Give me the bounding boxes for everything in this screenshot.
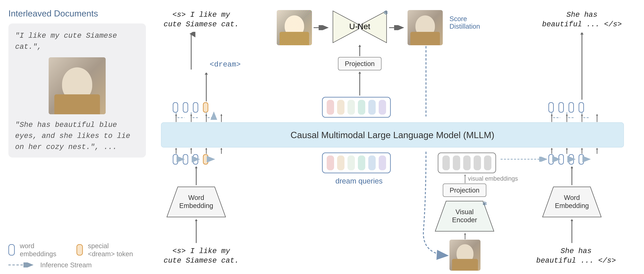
query-chip-icon (368, 156, 376, 170)
noisy-image (277, 10, 312, 45)
legend-word-label: word embeddings (20, 242, 56, 258)
query-chip-icon (358, 156, 365, 170)
output-text-left: <s> I like my cute Siamese cat. (161, 10, 242, 29)
legend-dream-label: special <dream> token (88, 242, 133, 258)
unet-label: U-Net (332, 22, 388, 31)
query-chip-icon (337, 100, 344, 115)
legend-row-2: Inference Stream (8, 261, 133, 269)
output-text-right: She has beautiful ... </s> (537, 10, 627, 29)
query-chip-icon (327, 100, 334, 115)
query-chip-icon (368, 100, 376, 115)
query-chip-icon (463, 156, 470, 170)
query-chip-icon (379, 100, 386, 115)
main-diagram: Causal Multimodal Large Language Model (… (154, 0, 637, 274)
input-text-right: She has beautiful ... </s> (531, 246, 621, 266)
query-chip-icon (358, 100, 365, 115)
arrow-img-to-encoder (462, 233, 468, 240)
legend-inference-label: Inference Stream (40, 261, 92, 269)
word-embedding-right: Word Embedding (542, 186, 602, 218)
query-chip-icon (379, 156, 386, 170)
arrow-text-to-embed-left (194, 219, 199, 244)
arrow-to-unet (314, 25, 330, 30)
arrow-embed-to-tokens-left (194, 166, 199, 186)
legend-blue-chip-icon (8, 244, 15, 256)
arrow-proj-to-visemb (462, 174, 468, 184)
dashed-token-flow-bottom-right (547, 154, 606, 166)
dashed-gen-to-input (402, 46, 455, 262)
dashed-token-flow-bottom-left (171, 154, 230, 166)
arrow-to-output-right (578, 32, 586, 101)
arrow-proj-to-unet (357, 44, 362, 57)
legend-dashed-arrow-icon (8, 263, 35, 268)
query-chip-icon (327, 156, 334, 170)
score-distillation-label: Score Distillation (450, 15, 490, 30)
query-chip-icon (348, 156, 355, 170)
panel-title: Interleaved Documents (8, 8, 146, 18)
doc-text-1: "I like my cute Siamese cat.", (15, 30, 139, 52)
dashed-visemb-to-tokens (500, 157, 549, 162)
query-chip-icon (348, 100, 355, 115)
query-chip-icon (474, 156, 481, 170)
arrows-tokens-to-mllm-left (171, 148, 230, 155)
unet-block: U-Net ❄ (332, 10, 388, 43)
dream-queries-output (322, 97, 391, 118)
arrows-mllm-to-tokens-left (171, 114, 230, 123)
document-box: "I like my cute Siamese cat.", "She has … (8, 23, 146, 158)
arrow-from-unet (389, 25, 406, 30)
mllm-bar: Causal Multimodal Large Language Model (… (161, 122, 624, 147)
interleaved-documents-panel: Interleaved Documents "I like my cute Si… (8, 8, 146, 158)
snowflake-icon: ❄ (482, 200, 487, 207)
arrow-dream-token (203, 72, 210, 102)
visual-embeddings-label: visual embeddings (468, 175, 518, 182)
arrow-to-output-left (187, 32, 196, 70)
arrows-tokens-to-mllm-right (547, 148, 606, 155)
arrow-embed-to-tokens-right (569, 166, 574, 186)
mllm-label: Causal Multimodal Large Language Model (… (290, 130, 494, 140)
word-embedding-left: Word Embedding (166, 186, 226, 218)
arrow-queries-to-proj (357, 71, 362, 96)
generated-image (408, 10, 443, 45)
query-chip-icon (484, 156, 492, 170)
legend-orange-chip-icon (76, 244, 83, 256)
diagram-root: Interleaved Documents "I like my cute Si… (0, 0, 644, 274)
dream-queries-input (322, 153, 391, 173)
dream-queries-label: dream queries (336, 177, 382, 185)
snowflake-icon: ❄ (383, 9, 388, 16)
doc-text-2: "She has beautiful blue eyes, and she li… (15, 119, 139, 153)
cat-image-doc (49, 57, 106, 114)
arrows-mllm-to-tokens-right (547, 114, 606, 123)
legend: word embeddings special <dream> token In… (8, 242, 133, 269)
input-text-left: <s> I like my cute Siamese cat. (161, 246, 242, 266)
projection-box-top: Projection (338, 57, 382, 70)
dream-token-label: <dream> (210, 60, 241, 69)
arrow-text-to-embed-right (569, 219, 574, 244)
query-chip-icon (337, 156, 344, 170)
legend-row-1: word embeddings special <dream> token (8, 242, 133, 258)
